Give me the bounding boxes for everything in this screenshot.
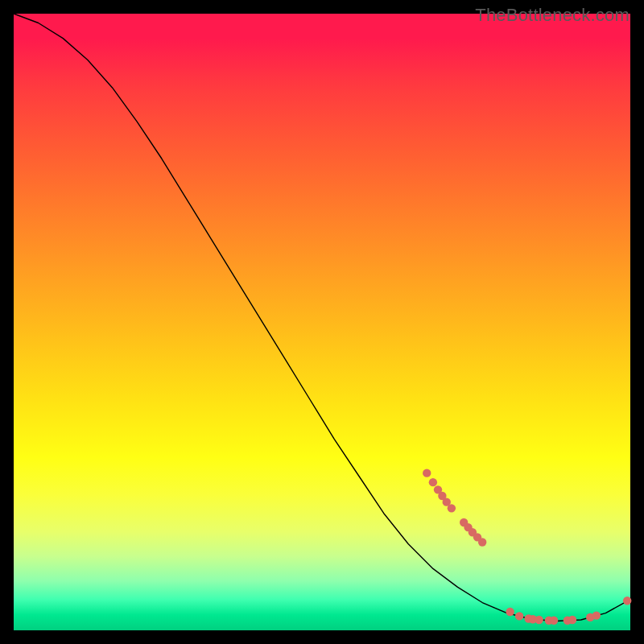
valley-dot-cluster xyxy=(506,608,601,625)
data-dot xyxy=(568,616,576,624)
chart-gradient-area xyxy=(14,14,630,630)
data-dot xyxy=(448,504,456,512)
data-dot xyxy=(623,597,631,605)
end-dot xyxy=(623,597,631,605)
data-dot xyxy=(423,469,431,477)
data-dot xyxy=(550,617,558,625)
data-dot xyxy=(506,608,514,616)
data-dot xyxy=(535,616,543,624)
upper-dot-cluster xyxy=(423,469,486,546)
data-dot xyxy=(429,478,437,486)
chart-svg xyxy=(14,14,630,630)
data-dot xyxy=(478,538,486,546)
data-dot xyxy=(592,611,601,619)
watermark-text: TheBottleneck.com xyxy=(475,5,630,26)
data-dot xyxy=(515,612,523,620)
curve-line xyxy=(14,14,630,621)
